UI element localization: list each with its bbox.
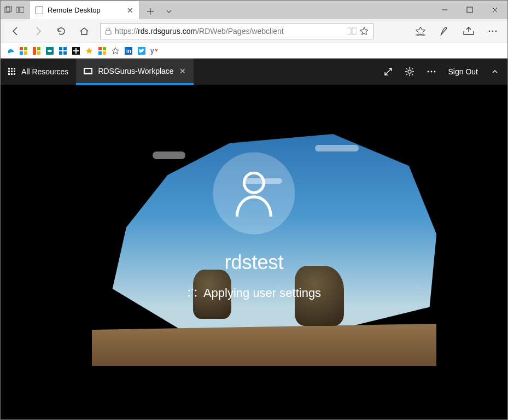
window-close-button[interactable]	[482, 1, 507, 19]
svg-rect-26	[98, 51, 102, 55]
url-scheme: https://	[115, 27, 138, 36]
nav-refresh-button[interactable]	[51, 21, 72, 41]
fav-link[interactable]	[111, 46, 120, 55]
window-maximize-button[interactable]	[457, 1, 482, 19]
spinner-icon	[187, 287, 198, 298]
user-avatar-icon	[213, 152, 295, 234]
notes-icon[interactable]	[434, 21, 455, 41]
svg-rect-11	[20, 47, 23, 50]
nav-back-button[interactable]	[5, 21, 26, 41]
svg-point-10	[495, 30, 497, 32]
svg-rect-14	[24, 51, 27, 55]
svg-point-36	[244, 173, 264, 192]
fav-link[interactable]	[85, 46, 94, 55]
fav-link[interactable]	[72, 46, 80, 55]
url-host: rds.rdsgurus.com	[138, 27, 197, 36]
titlebar-left-controls	[1, 1, 25, 19]
svg-point-35	[434, 71, 435, 73]
url-path: /RDWeb/Pages/webclient	[197, 27, 283, 36]
svg-rect-15	[33, 47, 36, 55]
fav-link[interactable]	[98, 46, 107, 55]
login-status-row: Applying user settings	[187, 285, 321, 300]
rd-header-right: Sign Out	[384, 67, 507, 77]
tab-actions	[139, 4, 180, 19]
fav-link[interactable]	[19, 46, 28, 55]
svg-rect-16	[37, 47, 40, 50]
wallpaper-cloud	[315, 145, 359, 151]
fav-link[interactable]	[6, 46, 15, 55]
svg-rect-2	[16, 7, 19, 13]
browser-tab-active[interactable]: Remote Desktop ✕	[30, 1, 139, 19]
toolbar-right	[410, 21, 503, 41]
svg-point-34	[430, 71, 432, 73]
show-tabs-aside-icon[interactable]	[16, 5, 25, 14]
nav-home-button[interactable]	[74, 21, 95, 41]
tab-aside-icon[interactable]	[4, 5, 13, 14]
rd-session-tab-active[interactable]: RDSGurus-Workplace ✕	[76, 59, 193, 85]
window-minimize-button[interactable]	[432, 1, 457, 19]
favorites-hub-icon[interactable]	[410, 21, 431, 41]
browser-tab-strip: Remote Desktop ✕	[25, 1, 432, 19]
all-resources-label: All Resources	[21, 67, 68, 76]
rd-tab-close-icon[interactable]: ✕	[179, 67, 186, 75]
nav-forward-button[interactable]	[28, 21, 49, 41]
favorite-star-icon[interactable]	[360, 27, 369, 36]
fav-link[interactable]: y	[150, 46, 159, 55]
svg-rect-7	[352, 28, 357, 34]
favorites-bar: in y	[1, 43, 507, 59]
collapse-chevron-icon[interactable]	[492, 70, 498, 73]
rd-session-title: RDSGurus-Workplace	[98, 67, 173, 75]
windows-login-overlay: rdstest Applying user settings	[187, 152, 321, 300]
svg-text:in: in	[126, 48, 131, 54]
svg-rect-5	[106, 31, 111, 34]
remote-session-viewport[interactable]: rdstest Applying user settings	[1, 85, 507, 419]
svg-point-32	[408, 70, 411, 73]
tab-menu-chevron-icon[interactable]	[161, 4, 177, 19]
svg-rect-12	[24, 47, 27, 50]
window-controls	[432, 1, 507, 19]
tab-title: Remote Desktop	[48, 6, 122, 14]
tab-favicon-icon	[36, 7, 43, 14]
svg-point-8	[489, 30, 491, 32]
url-input[interactable]: https://rds.rdsgurus.com/RDWeb/Pages/web…	[100, 23, 373, 39]
login-username: rdstest	[187, 250, 321, 273]
rd-webclient-header: All Resources RDSGurus-Workplace ✕ Sign …	[1, 59, 507, 85]
new-tab-button[interactable]	[143, 4, 158, 19]
fullscreen-icon[interactable]	[384, 67, 393, 76]
svg-rect-17	[37, 51, 40, 55]
settings-gear-icon[interactable]	[405, 67, 414, 77]
url-text: https://rds.rdsgurus.com/RDWeb/Pages/web…	[115, 27, 343, 36]
tab-close-icon[interactable]: ✕	[127, 6, 133, 15]
sign-out-button[interactable]: Sign Out	[448, 67, 478, 76]
share-icon[interactable]	[458, 21, 479, 41]
grid-icon	[8, 68, 16, 75]
all-resources-button[interactable]: All Resources	[1, 59, 76, 85]
svg-rect-21	[59, 51, 62, 55]
fav-link[interactable]	[32, 46, 41, 55]
svg-rect-27	[103, 51, 106, 55]
svg-rect-22	[63, 51, 67, 55]
svg-rect-25	[103, 47, 106, 50]
more-menu-icon[interactable]	[482, 21, 503, 41]
page-content: All Resources RDSGurus-Workplace ✕ Sign …	[1, 59, 507, 419]
svg-rect-3	[20, 7, 24, 13]
fav-link[interactable]: in	[124, 46, 133, 55]
svg-rect-13	[20, 51, 23, 55]
fav-link[interactable]	[59, 46, 67, 55]
svg-rect-6	[347, 28, 351, 34]
svg-point-33	[427, 71, 429, 73]
fav-link[interactable]	[45, 46, 54, 55]
window-titlebar: Remote Desktop ✕	[1, 1, 507, 19]
svg-text:y: y	[150, 47, 154, 55]
more-options-icon[interactable]	[427, 70, 436, 73]
login-status-text: Applying user settings	[203, 285, 321, 300]
svg-rect-19	[59, 47, 62, 50]
fav-link[interactable]	[137, 46, 146, 55]
lock-icon	[105, 27, 112, 35]
wallpaper-cloud	[153, 151, 185, 159]
reading-view-icon[interactable]	[347, 27, 357, 35]
svg-rect-24	[98, 47, 102, 50]
svg-point-9	[492, 30, 494, 32]
svg-rect-20	[63, 47, 67, 50]
monitor-icon	[84, 68, 92, 74]
